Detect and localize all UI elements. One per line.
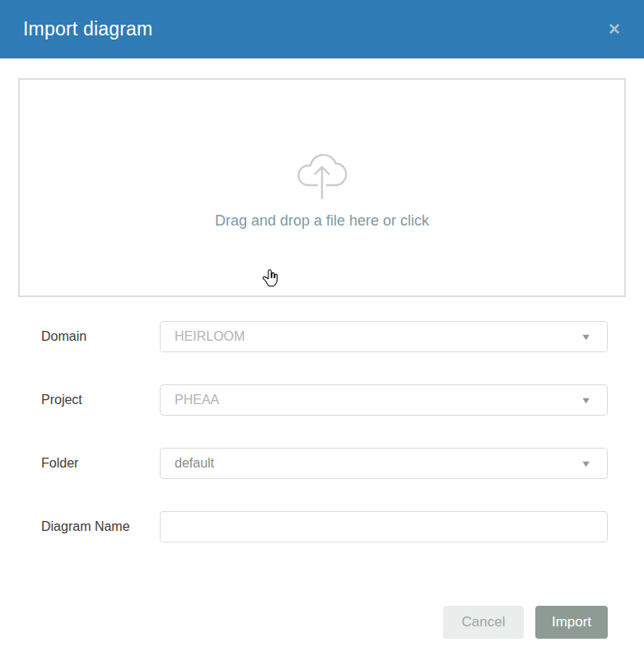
modal-footer: Cancel Import bbox=[36, 606, 608, 639]
page-title: Import diagram bbox=[23, 18, 152, 40]
modal-body: Drag and drop a file here or click Domai… bbox=[0, 58, 644, 639]
project-select[interactable]: PHEAA ▼ bbox=[160, 384, 608, 416]
chevron-down-icon: ▼ bbox=[581, 459, 592, 468]
modal-header: Import diagram ✕ bbox=[0, 0, 644, 58]
form-row-domain: Domain HEIRLOOM ▼ bbox=[36, 321, 608, 352]
form-row-diagram-name: Diagram Name bbox=[36, 511, 608, 542]
import-diagram-modal: Import diagram ✕ Drag and drop a file he… bbox=[0, 0, 644, 656]
chevron-down-icon: ▼ bbox=[581, 333, 592, 342]
close-icon[interactable]: ✕ bbox=[603, 18, 626, 40]
form-row-project: Project PHEAA ▼ bbox=[36, 384, 608, 416]
cloud-upload-icon bbox=[296, 147, 348, 202]
domain-select[interactable]: HEIRLOOM ▼ bbox=[160, 321, 608, 352]
folder-select[interactable]: default ▼ bbox=[160, 448, 608, 479]
project-value: PHEAA bbox=[175, 393, 219, 407]
form-row-folder: Folder default ▼ bbox=[36, 448, 608, 479]
dropzone-label: Drag and drop a file here or click bbox=[215, 212, 429, 230]
file-dropzone[interactable]: Drag and drop a file here or click bbox=[18, 78, 626, 297]
diagram-name-input[interactable] bbox=[160, 511, 608, 542]
folder-label: Folder bbox=[36, 456, 160, 471]
diagram-name-label: Diagram Name bbox=[36, 519, 160, 534]
import-button[interactable]: Import bbox=[535, 606, 608, 639]
project-label: Project bbox=[36, 393, 160, 407]
folder-value: default bbox=[175, 456, 214, 471]
domain-label: Domain bbox=[36, 329, 160, 344]
cancel-button[interactable]: Cancel bbox=[443, 606, 524, 639]
domain-value: HEIRLOOM bbox=[175, 329, 245, 344]
chevron-down-icon: ▼ bbox=[581, 396, 592, 405]
